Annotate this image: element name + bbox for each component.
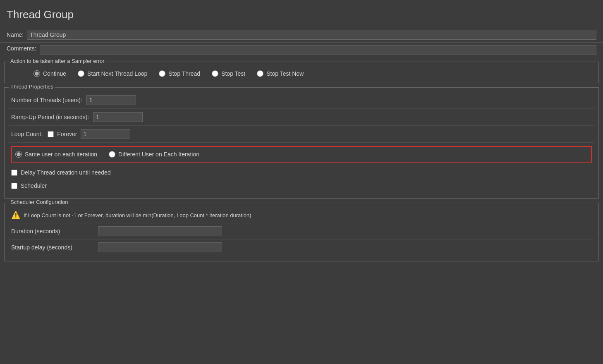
num-threads-label: Number of Threads (users): bbox=[11, 97, 82, 103]
comments-input[interactable] bbox=[40, 45, 596, 55]
warning-icon: ⚠️ bbox=[11, 211, 20, 220]
delay-thread-row: Delay Thread creation until needed bbox=[9, 166, 594, 179]
scheduler-config-section: Scheduler Configuration ⚠️ If Loop Count… bbox=[4, 203, 599, 261]
radio-stop-test[interactable]: Stop Test bbox=[212, 70, 245, 77]
scheduler-warning-text: If Loop Count is not -1 or Forever, dura… bbox=[24, 212, 251, 218]
radio-continue-label: Continue bbox=[43, 70, 66, 77]
radio-continue[interactable]: Continue bbox=[34, 70, 66, 77]
radio-stop-thread-label: Stop Thread bbox=[168, 70, 200, 77]
radio-start-next[interactable]: Start Next Thread Loop bbox=[78, 70, 147, 77]
delay-thread-checkbox[interactable] bbox=[11, 170, 17, 176]
scheduler-checkbox-row: Scheduler bbox=[9, 179, 594, 192]
duration-input[interactable] bbox=[98, 226, 222, 236]
scheduler-config-legend: Scheduler Configuration bbox=[9, 199, 69, 205]
radio-start-next-label: Start Next Thread Loop bbox=[87, 70, 147, 77]
sampler-error-section: Action to be taken after a Sampler error… bbox=[4, 62, 599, 83]
name-label: Name: bbox=[7, 31, 24, 38]
duration-label: Duration (seconds) bbox=[11, 228, 94, 235]
startup-delay-label: Startup delay (seconds) bbox=[11, 244, 94, 251]
num-threads-input[interactable] bbox=[86, 95, 136, 105]
scheduler-label[interactable]: Scheduler bbox=[21, 182, 47, 189]
thread-properties-section: Thread Properties Number of Threads (use… bbox=[4, 87, 599, 199]
page-container: Thread Group Name: Comments: Action to b… bbox=[0, 0, 603, 261]
ramp-up-row: Ramp-Up Period (in seconds): bbox=[9, 109, 594, 126]
radio-same-user[interactable]: Same user on each iteration bbox=[15, 151, 97, 158]
iteration-radio-row: Same user on each iteration Different Us… bbox=[11, 146, 592, 163]
radio-stop-thread[interactable]: Stop Thread bbox=[159, 70, 200, 77]
ramp-up-input[interactable] bbox=[93, 112, 143, 122]
radio-stop-test-now-label: Stop Test Now bbox=[266, 70, 304, 77]
radio-stop-test-now[interactable]: Stop Test Now bbox=[257, 70, 304, 77]
comments-label: Comments: bbox=[7, 45, 36, 52]
duration-row: Duration (seconds) bbox=[9, 223, 594, 239]
scheduler-checkbox[interactable] bbox=[11, 183, 17, 189]
scheduler-warning-row: ⚠️ If Loop Count is not -1 or Forever, d… bbox=[9, 207, 594, 223]
num-threads-row: Number of Threads (users): bbox=[9, 92, 594, 109]
sampler-error-radio-row: Continue Start Next Thread Loop Stop Thr… bbox=[9, 66, 594, 77]
forever-checkbox[interactable] bbox=[48, 131, 54, 137]
page-title: Thread Group bbox=[0, 4, 603, 27]
sampler-error-legend: Action to be taken after a Sampler error bbox=[9, 58, 106, 64]
loop-count-row: Loop Count: Forever bbox=[9, 126, 594, 143]
startup-delay-row: Startup delay (seconds) bbox=[9, 239, 594, 255]
delay-thread-label[interactable]: Delay Thread creation until needed bbox=[21, 169, 111, 176]
ramp-up-label: Ramp-Up Period (in seconds): bbox=[11, 114, 89, 120]
name-row: Name: bbox=[0, 27, 603, 42]
radio-stop-test-label: Stop Test bbox=[221, 70, 245, 77]
thread-properties-legend: Thread Properties bbox=[9, 84, 55, 90]
forever-label: Forever bbox=[57, 131, 77, 137]
radio-different-user-label: Different User on Each Iteration bbox=[118, 151, 199, 158]
loop-count-label: Loop Count: bbox=[11, 131, 43, 137]
radio-same-user-label: Same user on each iteration bbox=[25, 151, 97, 158]
startup-delay-input[interactable] bbox=[98, 242, 222, 252]
loop-count-input[interactable] bbox=[81, 129, 130, 139]
radio-different-user[interactable]: Different User on Each Iteration bbox=[109, 151, 199, 158]
name-input[interactable] bbox=[27, 30, 596, 40]
comments-row: Comments: bbox=[0, 42, 603, 57]
